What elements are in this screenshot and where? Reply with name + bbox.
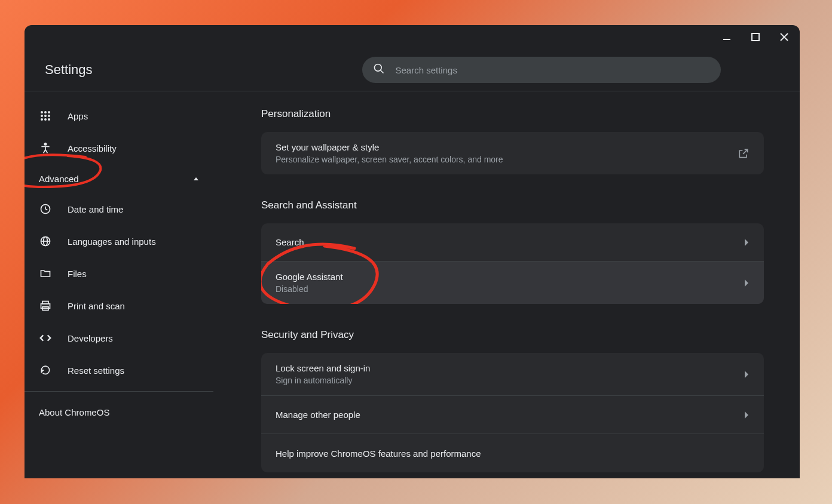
- sidebar-item-date-time[interactable]: Date and time: [25, 193, 213, 225]
- sidebar-item-print[interactable]: Print and scan: [25, 290, 213, 322]
- svg-point-4: [374, 64, 381, 72]
- svg-point-8: [48, 111, 50, 113]
- row-subtitle: Sign in automatically: [276, 376, 370, 385]
- svg-point-10: [44, 115, 47, 117]
- row-title: Search: [276, 237, 304, 247]
- settings-window: Settings Apps Accessibility: [25, 25, 800, 478]
- external-link-icon: [738, 147, 750, 159]
- print-icon: [39, 299, 52, 312]
- maximize-button[interactable]: [747, 29, 764, 45]
- code-icon: [39, 331, 52, 345]
- row-search[interactable]: Search: [261, 223, 764, 262]
- search-input[interactable]: [396, 65, 710, 75]
- globe-icon: [39, 235, 52, 248]
- chevron-right-icon: [744, 239, 750, 246]
- sidebar-item-label: Accessibility: [68, 143, 117, 153]
- sidebar-divider: [25, 391, 213, 392]
- app-title: Settings: [45, 62, 93, 78]
- accessibility-icon: [39, 142, 52, 155]
- sidebar-item-about[interactable]: About ChromeOS: [25, 397, 213, 428]
- chevron-up-icon: [193, 174, 199, 184]
- section-title-security-privacy: Security and Privacy: [261, 329, 764, 341]
- row-title: Google Assistant: [276, 272, 343, 282]
- row-lock-screen[interactable]: Lock screen and sign-in Sign in automati…: [261, 353, 764, 396]
- svg-rect-1: [752, 33, 759, 41]
- sidebar-item-languages[interactable]: Languages and inputs: [25, 225, 213, 257]
- sidebar-item-label: Developers: [68, 333, 113, 343]
- svg-line-22: [45, 209, 47, 210]
- chevron-right-icon: [744, 371, 750, 378]
- card-group-personalization: Set your wallpaper & style Personalize w…: [261, 132, 764, 174]
- svg-point-13: [44, 118, 47, 121]
- row-title: Help improve ChromeOS features and perfo…: [276, 448, 481, 459]
- svg-point-11: [48, 115, 50, 117]
- header: Settings: [25, 49, 800, 91]
- card-group-search-assistant: Search Google Assistant Disabled: [261, 223, 764, 304]
- svg-point-14: [48, 118, 50, 121]
- svg-line-5: [380, 70, 383, 73]
- row-title: Set your wallpaper & style: [276, 142, 503, 152]
- svg-point-6: [41, 111, 43, 113]
- main-content: Personalization Set your wallpaper & sty…: [213, 91, 800, 478]
- svg-line-29: [743, 149, 748, 154]
- chevron-right-icon: [744, 279, 750, 287]
- sidebar-item-label: Languages and inputs: [68, 236, 156, 247]
- svg-line-18: [44, 150, 45, 153]
- row-subtitle: Personalize wallpaper, screen saver, acc…: [276, 155, 503, 164]
- row-title: Manage other people: [276, 410, 360, 420]
- clock-icon: [39, 202, 52, 216]
- apps-icon: [39, 109, 52, 122]
- sidebar-section-advanced[interactable]: Advanced: [25, 164, 213, 193]
- sidebar-item-label: Files: [68, 269, 87, 279]
- sidebar-item-developers[interactable]: Developers: [25, 322, 213, 354]
- body: Apps Accessibility Advanced: [25, 91, 800, 478]
- search-icon: [373, 63, 385, 77]
- sidebar: Apps Accessibility Advanced: [25, 91, 213, 478]
- close-button[interactable]: [776, 29, 793, 45]
- sidebar-item-apps[interactable]: Apps: [25, 100, 213, 132]
- row-google-assistant[interactable]: Google Assistant Disabled: [261, 262, 764, 304]
- svg-point-15: [44, 143, 46, 145]
- titlebar: [25, 25, 800, 49]
- svg-point-7: [44, 111, 47, 113]
- sidebar-item-label: Date and time: [68, 204, 123, 214]
- row-title: Lock screen and sign-in: [276, 363, 370, 373]
- sidebar-item-label: About ChromeOS: [39, 407, 109, 417]
- row-help-improve[interactable]: Help improve ChromeOS features and perfo…: [261, 434, 764, 472]
- section-title-search-assistant: Search and Assistant: [261, 199, 764, 211]
- sidebar-item-reset[interactable]: Reset settings: [25, 354, 213, 386]
- sidebar-item-accessibility[interactable]: Accessibility: [25, 132, 213, 164]
- minimize-button[interactable]: [718, 29, 735, 45]
- row-manage-people[interactable]: Manage other people: [261, 396, 764, 434]
- sidebar-section-label: Advanced: [39, 174, 79, 184]
- sidebar-item-files[interactable]: Files: [25, 257, 213, 290]
- sidebar-item-label: Apps: [68, 111, 88, 121]
- row-wallpaper[interactable]: Set your wallpaper & style Personalize w…: [261, 132, 764, 174]
- card-group-security-privacy: Lock screen and sign-in Sign in automati…: [261, 353, 764, 472]
- search-container[interactable]: [362, 57, 721, 83]
- svg-point-9: [41, 115, 43, 117]
- row-subtitle: Disabled: [276, 284, 343, 294]
- chevron-right-icon: [744, 411, 750, 419]
- section-title-personalization: Personalization: [261, 108, 764, 120]
- sidebar-item-label: Reset settings: [68, 365, 124, 376]
- svg-line-19: [45, 150, 47, 153]
- sidebar-item-label: Print and scan: [68, 301, 125, 311]
- reset-icon: [39, 364, 52, 377]
- folder-icon: [39, 267, 52, 280]
- svg-point-12: [41, 118, 43, 121]
